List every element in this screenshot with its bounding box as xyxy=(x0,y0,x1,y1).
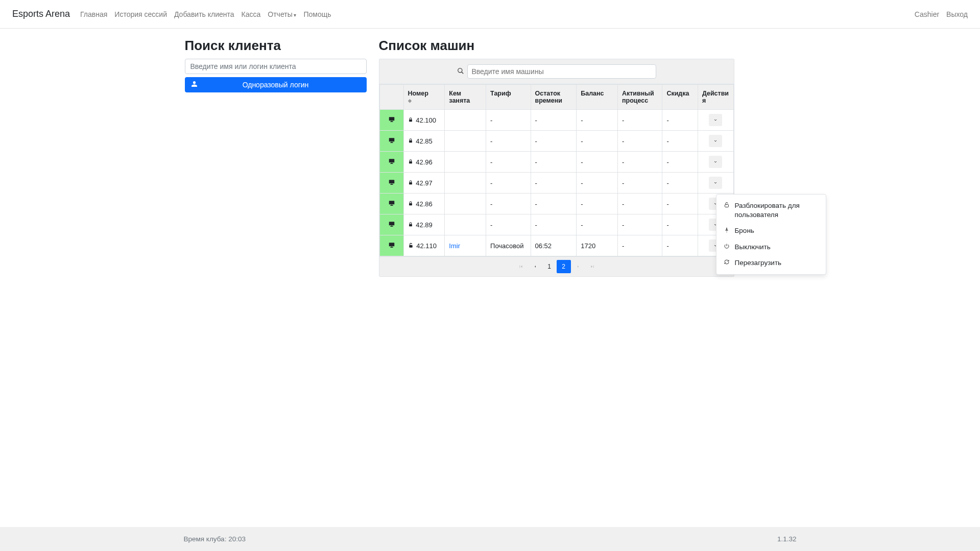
col-actions[interactable]: Действия xyxy=(698,85,733,110)
discount-cell: - xyxy=(662,235,698,256)
monitor-icon xyxy=(388,138,396,146)
page-prev[interactable] xyxy=(528,260,542,273)
lock-icon xyxy=(408,180,413,186)
action-reserve[interactable]: Бронь xyxy=(716,223,826,239)
lock-icon xyxy=(408,138,413,145)
lock-icon xyxy=(408,222,413,228)
table-row: 42.85----- xyxy=(379,131,733,152)
action-reserve-label: Бронь xyxy=(735,226,819,235)
svg-rect-25 xyxy=(409,224,412,226)
col-time-remaining[interactable]: Остаток времени xyxy=(531,85,577,110)
actions-cell xyxy=(698,173,733,194)
svg-rect-26 xyxy=(389,243,394,246)
col-number[interactable]: Номер ◆ xyxy=(403,85,445,110)
page-last[interactable] xyxy=(585,260,600,273)
nav-user[interactable]: Cashier xyxy=(915,10,939,18)
svg-rect-12 xyxy=(390,163,393,164)
svg-rect-6 xyxy=(389,138,394,141)
page-next[interactable] xyxy=(571,260,585,273)
action-shutdown-label: Выключить xyxy=(735,243,819,252)
number-cell: 42.85 xyxy=(403,131,445,152)
discount-cell: - xyxy=(662,214,698,235)
brand[interactable]: Esports Arena xyxy=(12,9,70,19)
col-active-process[interactable]: Активный процесс xyxy=(617,85,662,110)
nav-reports[interactable]: Отчеты xyxy=(268,10,296,18)
svg-point-0 xyxy=(458,68,462,72)
unlock-icon xyxy=(724,202,731,209)
nav-help[interactable]: Помощь xyxy=(303,10,331,18)
status-cell xyxy=(379,152,403,173)
tariff-cell: - xyxy=(486,131,531,152)
status-cell xyxy=(379,235,403,256)
page-1[interactable]: 1 xyxy=(542,260,557,273)
actions-cell xyxy=(698,152,733,173)
monitor-icon xyxy=(388,159,396,166)
tariff-cell: - xyxy=(486,214,531,235)
row-actions-button[interactable] xyxy=(709,156,722,168)
page-2[interactable]: 2 xyxy=(557,260,571,273)
navbar: Esports Arena Главная История сессий Доб… xyxy=(0,0,980,29)
svg-rect-11 xyxy=(391,162,393,163)
action-restart-label: Перезагрузить xyxy=(735,258,819,268)
discount-cell: - xyxy=(662,173,698,194)
svg-rect-3 xyxy=(391,121,393,121)
balance-cell: - xyxy=(577,214,618,235)
occupied-cell xyxy=(445,173,486,194)
discount-cell: - xyxy=(662,152,698,173)
remaining-cell: - xyxy=(531,131,577,152)
svg-rect-15 xyxy=(391,183,393,184)
number-cell: 42.97 xyxy=(403,173,445,194)
occupied-cell xyxy=(445,152,486,173)
col-occupied-by[interactable]: Кем занята xyxy=(445,85,486,110)
col-discount[interactable]: Скидка xyxy=(662,85,698,110)
monitor-icon xyxy=(388,180,396,187)
number-cell: 42.96 xyxy=(403,152,445,173)
sort-icon: ◆ xyxy=(408,98,441,103)
user-icon xyxy=(191,81,198,89)
action-shutdown[interactable]: Выключить xyxy=(716,239,826,255)
nav-logout[interactable]: Выход xyxy=(946,10,968,18)
power-icon xyxy=(724,243,731,251)
actions-cell xyxy=(698,131,733,152)
svg-rect-30 xyxy=(725,205,728,207)
svg-rect-23 xyxy=(391,225,393,226)
one-time-login-label: Одноразовый логин xyxy=(243,81,309,89)
remaining-cell: 06:52 xyxy=(531,235,577,256)
svg-rect-27 xyxy=(391,246,393,247)
search-icon xyxy=(457,67,464,76)
row-actions-button[interactable] xyxy=(709,135,722,147)
col-tariff[interactable]: Тариф xyxy=(486,85,531,110)
machine-search-input[interactable] xyxy=(467,64,656,79)
client-search-title: Поиск клиента xyxy=(185,38,367,54)
process-cell: - xyxy=(617,110,662,131)
svg-rect-20 xyxy=(390,205,393,206)
page-first[interactable] xyxy=(514,260,528,273)
occupied-cell xyxy=(445,194,486,214)
one-time-login-button[interactable]: Одноразовый логин xyxy=(185,77,367,92)
process-cell: - xyxy=(617,152,662,173)
table-row: 42.110ImirПочасовой06:521720-- xyxy=(379,235,733,256)
occupied-by-link[interactable]: Imir xyxy=(449,242,460,250)
svg-rect-24 xyxy=(390,226,393,227)
row-actions-button[interactable] xyxy=(709,114,722,126)
number-cell: 42.100 xyxy=(403,110,445,131)
nav-session-history[interactable]: История сессий xyxy=(114,10,167,18)
row-actions-button[interactable] xyxy=(709,177,722,189)
col-balance[interactable]: Баланс xyxy=(577,85,618,110)
nav-main[interactable]: Главная xyxy=(80,10,107,18)
actions-dropdown: Разблокировать для пользователя Бронь Вы… xyxy=(716,194,826,275)
occupied-cell xyxy=(445,131,486,152)
occupied-cell: Imir xyxy=(445,235,486,256)
nav-add-client[interactable]: Добавить клиента xyxy=(174,10,234,18)
action-unlock[interactable]: Разблокировать для пользователя xyxy=(716,198,826,223)
client-search-input[interactable] xyxy=(185,59,367,74)
action-restart[interactable]: Перезагрузить xyxy=(716,255,826,271)
svg-rect-8 xyxy=(390,142,393,143)
tariff-cell: Почасовой xyxy=(486,235,531,256)
svg-rect-7 xyxy=(391,141,393,142)
nav-cash[interactable]: Касса xyxy=(242,10,261,18)
svg-rect-22 xyxy=(389,222,394,225)
svg-rect-16 xyxy=(390,184,393,185)
monitor-icon xyxy=(388,222,396,229)
number-cell: 42.110 xyxy=(403,235,445,256)
